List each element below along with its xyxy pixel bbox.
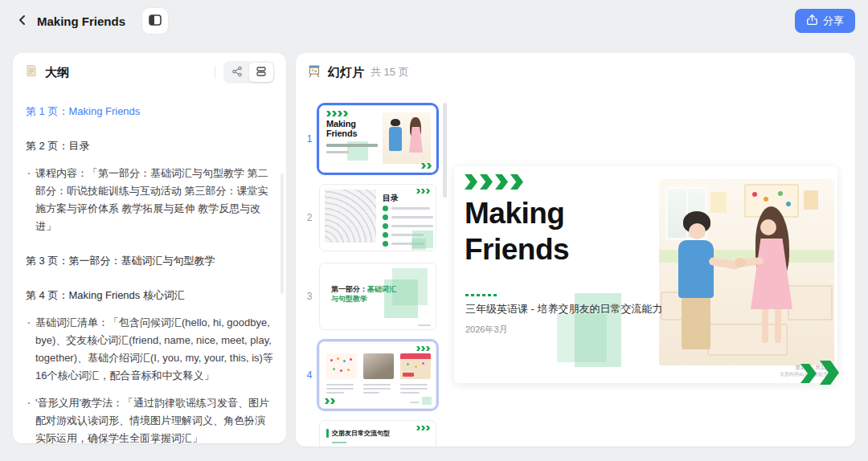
- list-view-button[interactable]: [249, 63, 273, 82]
- green-arrow-icon: [421, 189, 425, 194]
- thumbnail-photo: [383, 112, 431, 164]
- mindmap-view-button[interactable]: [225, 63, 249, 82]
- thumbnail-image-classroom: [363, 353, 394, 379]
- board-pin: [752, 192, 757, 197]
- slide-title: Making Friends: [465, 195, 657, 267]
- outline-bullet[interactable]: 基础词汇清单：「包含问候词汇(hello, hi, goodbye, bye)、…: [26, 314, 273, 385]
- girl-figure: [762, 308, 768, 343]
- outline-page-3[interactable]: 第 3 页：第一部分：基础词汇与句型教学: [26, 252, 273, 270]
- back-button[interactable]: [11, 10, 34, 32]
- caption-bar: [363, 392, 379, 394]
- thumbnail-2-content: 目录: [319, 184, 436, 251]
- outline-bullet[interactable]: '音形义用'教学法：「通过韵律歌谣练习发音、图片配对游戏认读词形、情境图片理解词…: [26, 394, 273, 443]
- slide-thumbnail-4[interactable]: [317, 339, 439, 411]
- handshake: [735, 258, 746, 267]
- slide-thumbnail-3[interactable]: 第一部分：基础词汇与句型教学: [317, 260, 439, 332]
- green-arrow-icon: [416, 346, 420, 351]
- boy-figure-shirt: [678, 240, 714, 298]
- decoration-dot: [333, 368, 335, 370]
- mini-boy-shirt: [389, 127, 402, 151]
- share-button-label: 分享: [823, 14, 844, 28]
- green-arrow-icon: [343, 111, 348, 116]
- thumbnail-2-title: 目录: [383, 193, 399, 204]
- thumbnail-4-content: [319, 341, 436, 409]
- slide-preview[interactable]: Making Friends 三年级英语课 - 培养交朋友的日常交流能力 202…: [454, 166, 837, 383]
- outline-scrollbar[interactable]: [280, 173, 284, 294]
- share-icon: [806, 14, 818, 28]
- slide-subtitle: 三年级英语课 - 培养交朋友的日常交流能力: [465, 302, 663, 316]
- thumbnail-subtitle-bar: [326, 144, 378, 147]
- slide-date: 2026年3月: [465, 324, 508, 336]
- thumbnail-number: 2: [302, 212, 317, 223]
- classroom-desk: [788, 285, 833, 320]
- green-arrow-icon: [416, 189, 420, 194]
- mini-boy: [391, 119, 400, 126]
- outline-content: 第 1 页：Making Friends 第 2 页：目录 课程内容：「第一部分…: [13, 95, 286, 443]
- sidebar-toggle-button[interactable]: [141, 7, 169, 35]
- share-button[interactable]: 分享: [795, 9, 855, 33]
- classroom-poster: [804, 190, 818, 210]
- outline-panel-title: 大纲: [45, 65, 69, 80]
- thumbnail-number: 3: [302, 291, 317, 302]
- green-arrow-icon: [480, 174, 493, 190]
- outline-view-segmented-control: [223, 61, 275, 84]
- thumbnail-date-bar: [326, 151, 349, 153]
- slides-count: 共 15 页: [371, 65, 409, 80]
- rows-icon: [256, 66, 267, 80]
- green-square-decoration: [557, 314, 607, 362]
- back-chevron-icon: [15, 13, 30, 30]
- caption-bar: [400, 384, 428, 386]
- green-arrow-icon: [426, 189, 430, 194]
- caption-bar: [326, 384, 354, 386]
- caption-bar: [363, 384, 391, 386]
- toc-item-badge: [383, 214, 388, 220]
- outline-panel: 大纲 第 1 页：Making Friends 第 2 页：目录 课程内容：「第…: [13, 53, 286, 443]
- outline-page-2[interactable]: 第 2 页：目录: [26, 137, 273, 155]
- decoration-dot: [330, 359, 333, 361]
- toc-item-badge: [383, 223, 388, 229]
- slide-thumbnail-2[interactable]: 目录: [317, 182, 439, 254]
- caption-bar: [400, 388, 428, 390]
- outline-page-4[interactable]: 第 4 页：Making Friends 核心词汇: [26, 287, 273, 304]
- red-bar: [403, 373, 414, 377]
- decoration-dot: [340, 369, 342, 372]
- thumbnail-1-content: Making Friends: [319, 105, 436, 173]
- thumbnail-row-3: 3 第一部分：基础词汇与句型教学: [302, 260, 447, 332]
- slide-thumbnail-5[interactable]: 交朋友日常交流句型: [317, 418, 439, 447]
- green-arrow-icon: [421, 426, 425, 430]
- thumbnail-row-2: 2 目录: [302, 182, 447, 254]
- thumbnail-row-1: 1 Making Friends: [302, 103, 447, 175]
- toc-item-text-bar: [391, 225, 433, 227]
- green-arrow-icon: [330, 398, 335, 404]
- thumbnail-list: 1 Making Friends: [302, 103, 447, 447]
- green-dotted-line: [465, 294, 499, 296]
- green-arrow-icon: [421, 163, 426, 169]
- decoration-dot: [350, 358, 352, 361]
- green-arrow-icon: [416, 426, 420, 430]
- toc-item-text-bar: [391, 216, 433, 218]
- green-arrow-icon: [332, 111, 337, 116]
- topbar: Making Friends 分享: [0, 0, 868, 42]
- thumbnail-abstract-image: [325, 190, 376, 243]
- outline-bullet[interactable]: 课程内容：「第一部分：基础词汇与句型教学 第二部分：听说技能训练与互动活动 第三…: [26, 165, 273, 235]
- outline-panel-header: 大纲: [13, 53, 286, 92]
- document-title: Making Friends: [37, 14, 125, 28]
- slides-panel-header: 幻灯片 共 15 页: [296, 53, 855, 92]
- thumbnail-5-title: 交朋友日常交流句型: [332, 429, 390, 438]
- green-arrow-icon: [426, 426, 430, 430]
- outline-page-1[interactable]: 第 1 页：Making Friends: [26, 103, 273, 120]
- thumbnail-scrollbar[interactable]: [443, 103, 447, 198]
- board-pin: [786, 202, 791, 206]
- green-arrow-icon: [338, 111, 342, 116]
- banner: [400, 353, 431, 359]
- board-pin: [778, 191, 783, 196]
- green-arrow-icon: [427, 163, 432, 169]
- footer-text-bar: [418, 324, 431, 326]
- caption-bar: [326, 388, 354, 390]
- slide-thumbnail-1[interactable]: Making Friends: [317, 103, 439, 175]
- green-arrow-icon: [326, 111, 331, 116]
- easel-icon: [307, 63, 321, 81]
- green-arrow-icon: [421, 346, 425, 351]
- decoration-dot: [347, 369, 350, 371]
- green-arrow-icon: [510, 174, 523, 190]
